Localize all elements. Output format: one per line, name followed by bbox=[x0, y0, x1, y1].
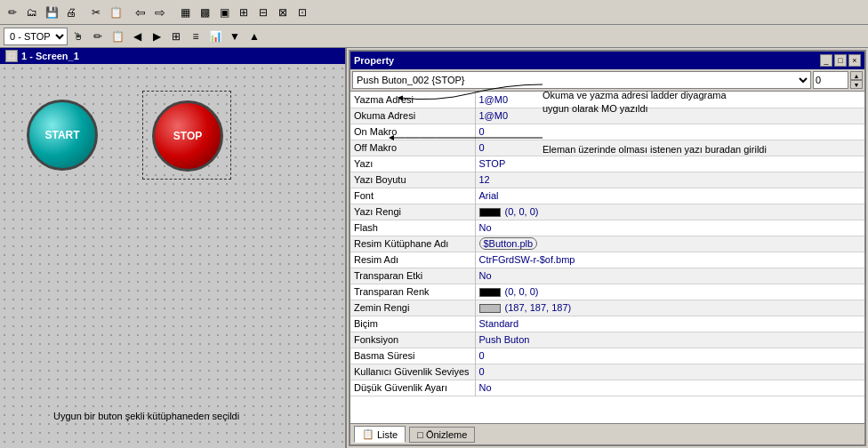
prop-value[interactable]: (0, 0, 0) bbox=[475, 204, 864, 220]
prop-value[interactable]: No bbox=[475, 380, 864, 396]
table-row: Basma Süresi0 bbox=[350, 348, 864, 364]
tab-icon: 📋 bbox=[362, 428, 374, 440]
tb2-icon-chart[interactable]: 📊 bbox=[206, 28, 224, 45]
prop-value[interactable]: 0 bbox=[475, 364, 864, 380]
property-number-input[interactable] bbox=[813, 71, 848, 89]
property-title: Property bbox=[354, 55, 394, 66]
table-row: FontArial bbox=[350, 188, 864, 204]
prop-value[interactable]: 1@M0 bbox=[475, 92, 864, 108]
property-tab-önizleme[interactable]: □ Önizleme bbox=[409, 427, 475, 443]
prop-label: Resim Adı bbox=[350, 252, 475, 268]
canvas-annotation-text: Uygun bir buton şekli kütüphaneden seçil… bbox=[53, 411, 239, 421]
table-row: Yazı Boyutu12 bbox=[350, 172, 864, 188]
toolbar-icon-1[interactable]: ✏ bbox=[4, 4, 21, 21]
prop-value[interactable]: STOP bbox=[475, 156, 864, 172]
table-row: Off Makro0 bbox=[350, 140, 864, 156]
prop-label: Yazı Rengi bbox=[350, 204, 475, 220]
prop-label: Off Makro bbox=[350, 140, 475, 156]
prop-value[interactable]: 0 bbox=[475, 348, 864, 364]
prop-value[interactable]: (0, 0, 0) bbox=[475, 284, 864, 300]
tb2-icon-align[interactable]: ≡ bbox=[187, 28, 205, 45]
toolbar-icon-3[interactable]: 💾 bbox=[43, 4, 60, 21]
prop-label: Kullanıcı Güvenlik Seviyes bbox=[350, 364, 475, 380]
property-titlebar: Property _ □ × bbox=[350, 52, 864, 69]
table-row: Resim AdıCtrFGrdSW-r-$of.bmp bbox=[350, 252, 864, 268]
prop-label: Biçim bbox=[350, 316, 475, 332]
prop-value[interactable]: No bbox=[475, 220, 864, 236]
prop-label: Transparan Renk bbox=[350, 284, 475, 300]
prop-label: On Makro bbox=[350, 124, 475, 140]
prop-label: Düşük Güvenlik Ayarı bbox=[350, 380, 475, 396]
prop-value[interactable]: $Button.plb bbox=[475, 236, 864, 252]
close-button[interactable]: × bbox=[848, 54, 861, 67]
toolbar-icon-10[interactable]: ▩ bbox=[196, 4, 213, 21]
prop-label: Fonksiyon bbox=[350, 332, 475, 348]
toolbar-icon-6[interactable]: 📋 bbox=[107, 4, 125, 21]
canvas-area: □ 1 - Screen_1 START STOP Uygun bir buto… bbox=[0, 48, 347, 448]
prop-value[interactable]: 12 bbox=[475, 172, 864, 188]
prop-label: Yazma Adresi bbox=[350, 92, 475, 108]
toolbar-icon-4[interactable]: 🖨 bbox=[62, 4, 80, 21]
stop-button-wrapper: STOP bbox=[142, 91, 231, 180]
tb2-icon-edit[interactable]: ✏ bbox=[89, 28, 107, 45]
toolbar-icon-15[interactable]: ⊡ bbox=[293, 4, 311, 21]
canvas-annotation: Uygun bir buton şekli kütüphaneden seçil… bbox=[53, 411, 239, 421]
property-tab-liste[interactable]: 📋 Liste bbox=[354, 426, 406, 443]
start-button[interactable]: START bbox=[27, 100, 98, 171]
prop-value[interactable]: Arial bbox=[475, 188, 864, 204]
toolbar-icon-7[interactable]: ⇦ bbox=[132, 4, 149, 21]
start-button-label: START bbox=[44, 129, 79, 141]
prop-value[interactable]: Standard bbox=[475, 316, 864, 332]
prop-label: Transparan Etki bbox=[350, 268, 475, 284]
toolbar-icon-2[interactable]: 🗂 bbox=[23, 4, 41, 21]
spin-up-button[interactable]: ▲ bbox=[850, 71, 863, 80]
spin-down-button[interactable]: ▼ bbox=[850, 80, 863, 89]
toolbar-icon-11[interactable]: ▣ bbox=[215, 4, 233, 21]
tb2-icon-grid[interactable]: ⊞ bbox=[167, 28, 185, 45]
toolbar-icon-8[interactable]: ⇨ bbox=[151, 4, 169, 21]
main-area: □ 1 - Screen_1 START STOP Uygun bir buto… bbox=[0, 48, 868, 448]
property-item-selector[interactable]: Push Buton_002 {STOP} bbox=[352, 71, 811, 89]
table-row: On Makro0 bbox=[350, 124, 864, 140]
main-toolbar: ✏ 🗂 💾 🖨 ✂ 📋 ⇦ ⇨ ▦ ▩ ▣ ⊞ ⊟ ⊠ ⊡ bbox=[0, 0, 868, 25]
minimize-button[interactable]: _ bbox=[820, 54, 832, 67]
toolbar-icon-5[interactable]: ✂ bbox=[87, 4, 105, 21]
table-row: Kullanıcı Güvenlik Seviyes0 bbox=[350, 364, 864, 380]
toolbar-icon-9[interactable]: ▦ bbox=[176, 4, 194, 21]
prop-value[interactable]: 0 bbox=[475, 124, 864, 140]
restore-button[interactable]: □ bbox=[834, 54, 847, 67]
tb2-icon-up[interactable]: ▲ bbox=[245, 28, 263, 45]
prop-label: Yazı bbox=[350, 156, 475, 172]
stop-button[interactable]: STOP bbox=[152, 100, 223, 172]
tb2-icon-cursor[interactable]: 🖱 bbox=[69, 28, 87, 45]
tb2-icon-left[interactable]: ◀ bbox=[128, 28, 146, 45]
tb2-icon-paste[interactable]: 📋 bbox=[108, 28, 126, 45]
screen-icon: □ bbox=[5, 50, 18, 62]
property-panel: Property _ □ × Push Buton_002 {STOP} ▲ ▼… bbox=[349, 50, 866, 446]
property-table-wrapper[interactable]: Yazma Adresi1@M0Okuma Adresi1@M0On Makro… bbox=[350, 92, 864, 423]
prop-value[interactable]: (187, 187, 187) bbox=[475, 300, 864, 316]
prop-value[interactable]: Push Buton bbox=[475, 332, 864, 348]
prop-value[interactable]: 0 bbox=[475, 140, 864, 156]
canvas-content[interactable]: START STOP Uygun bir buton şekli kütüpha… bbox=[0, 64, 345, 448]
prop-value[interactable]: No bbox=[475, 268, 864, 284]
prop-value[interactable]: 1@M0 bbox=[475, 108, 864, 124]
tab-icon: □ bbox=[417, 429, 423, 440]
table-row: FlashNo bbox=[350, 220, 864, 236]
prop-label: Resim Kütüphane Adı bbox=[350, 236, 475, 252]
tb2-icon-down[interactable]: ▼ bbox=[226, 28, 244, 45]
toolbar-icon-14[interactable]: ⊠ bbox=[274, 4, 292, 21]
prop-label: Yazı Boyutu bbox=[350, 172, 475, 188]
prop-label: Flash bbox=[350, 220, 475, 236]
screen-selector[interactable]: 0 - STOP bbox=[4, 28, 68, 45]
property-table: Yazma Adresi1@M0Okuma Adresi1@M0On Makro… bbox=[350, 92, 864, 396]
tb2-icon-right[interactable]: ▶ bbox=[148, 28, 165, 45]
prop-value[interactable]: CtrFGrdSW-r-$of.bmp bbox=[475, 252, 864, 268]
table-row: Zemin Rengi (187, 187, 187) bbox=[350, 300, 864, 316]
screen-title: 1 - Screen_1 bbox=[21, 51, 79, 61]
toolbar-icon-13[interactable]: ⊟ bbox=[254, 4, 272, 21]
prop-label: Okuma Adresi bbox=[350, 108, 475, 124]
prop-label: Basma Süresi bbox=[350, 348, 475, 364]
toolbar-icon-12[interactable]: ⊞ bbox=[235, 4, 253, 21]
tab-label: Liste bbox=[377, 429, 398, 440]
